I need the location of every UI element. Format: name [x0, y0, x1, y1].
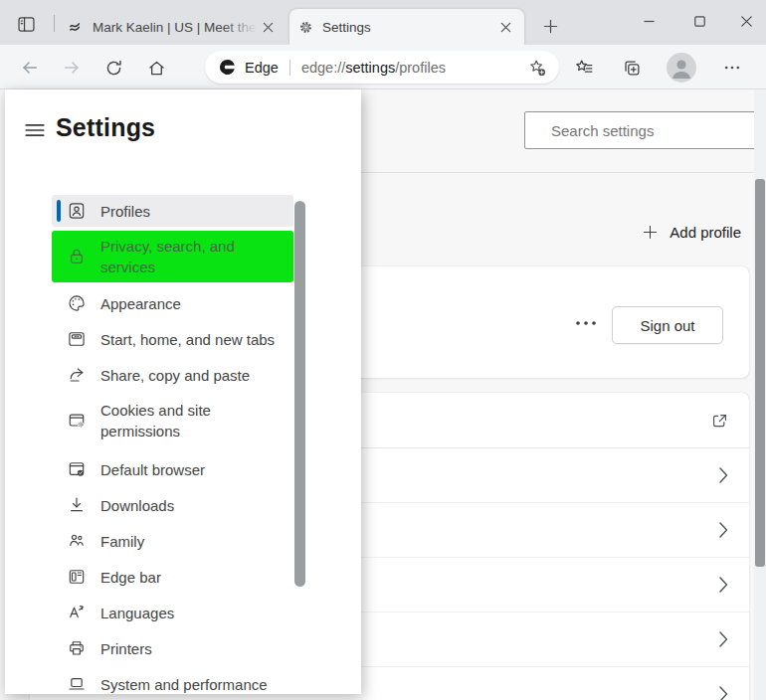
- page-scrollbar[interactable]: [754, 89, 766, 700]
- collections-icon: [621, 57, 643, 79]
- ellipsis-icon: [722, 58, 742, 78]
- printers-icon: [67, 638, 87, 658]
- refresh-button[interactable]: [99, 55, 127, 81]
- sidebar-item-edge-bar[interactable]: Edge bar: [52, 559, 293, 595]
- profiles-icon: [67, 201, 87, 221]
- sidebar-item-cookies-site-permissions[interactable]: Cookies and site permissions: [52, 393, 293, 448]
- family-icon: [67, 531, 87, 551]
- chevron-right-icon: [716, 685, 730, 700]
- maximize-button[interactable]: [678, 5, 720, 37]
- add-favorite-icon[interactable]: [527, 58, 547, 78]
- edge-logo-icon: [218, 58, 237, 77]
- sidebar-item-family[interactable]: Family: [52, 523, 293, 559]
- ellipsis-icon: [574, 319, 598, 327]
- sidebar-item-profiles[interactable]: Profiles: [52, 195, 293, 227]
- search-settings-input[interactable]: [549, 121, 751, 140]
- menu-toggle-button[interactable]: [21, 116, 49, 144]
- sidebar-item-start-home-new-tabs[interactable]: Start, home, and new tabs: [52, 321, 293, 357]
- page-title: Settings: [56, 113, 155, 142]
- start-home-tabs-icon: [67, 329, 87, 349]
- plus-icon: [642, 224, 659, 241]
- settings-nav: Profiles Privacy, search, and services A…: [52, 195, 293, 694]
- collections-button[interactable]: [618, 55, 646, 81]
- sidebar-item-system-performance[interactable]: System and performance: [52, 666, 293, 694]
- open-external-button[interactable]: [708, 410, 730, 432]
- new-tab-button[interactable]: [536, 13, 564, 39]
- title-bar: Mark Kaelin | US | Meet the Settings: [0, 0, 766, 45]
- refresh-icon: [103, 58, 124, 79]
- avatar-icon: [667, 53, 696, 83]
- selected-accent-bar: [57, 200, 61, 222]
- plus-icon: [543, 19, 558, 34]
- header-divider: [338, 172, 766, 173]
- address-brand-label: Edge: [245, 60, 279, 76]
- forward-icon: [61, 57, 83, 79]
- tab-mark-kaelin[interactable]: Mark Kaelin | US | Meet the: [60, 9, 287, 45]
- downloads-icon: [67, 495, 87, 515]
- settings-menu-button[interactable]: [718, 55, 746, 81]
- tab-settings[interactable]: Settings: [289, 9, 524, 45]
- languages-icon: [67, 603, 87, 622]
- sidebar-item-downloads[interactable]: Downloads: [52, 487, 293, 523]
- page-scrollbar-thumb[interactable]: [755, 179, 765, 567]
- edge-bar-icon: [67, 567, 87, 587]
- close-icon: [740, 15, 753, 28]
- sign-out-button[interactable]: Sign out: [612, 306, 723, 344]
- chevron-right-icon: [716, 576, 730, 594]
- maximize-icon: [693, 15, 706, 28]
- minimize-button[interactable]: [628, 5, 670, 37]
- cookies-permissions-icon: [67, 411, 87, 431]
- home-icon: [146, 58, 167, 79]
- sidebar-item-appearance[interactable]: Appearance: [52, 285, 293, 321]
- forward-button[interactable]: [58, 55, 86, 81]
- tab-title: Settings: [322, 20, 494, 35]
- sidebar-item-share-copy-paste[interactable]: Share, copy and paste: [52, 357, 293, 393]
- minimize-icon: [643, 15, 656, 28]
- chevron-right-icon: [716, 466, 730, 484]
- add-profile-button[interactable]: Add profile: [642, 219, 741, 245]
- more-actions-button[interactable]: [572, 314, 600, 332]
- browser-toolbar: Edge edge://settings/profiles: [0, 45, 766, 89]
- close-icon: [500, 22, 511, 33]
- address-bar[interactable]: Edge edge://settings/profiles: [205, 51, 559, 84]
- favorites-icon: [573, 57, 595, 79]
- browser-window: Mark Kaelin | US | Meet the Settings: [0, 0, 766, 700]
- back-button[interactable]: [16, 55, 44, 81]
- system-performance-icon: [67, 674, 87, 694]
- lock-icon: [67, 247, 87, 266]
- favorites-button[interactable]: [570, 55, 598, 81]
- sidebar-item-default-browser[interactable]: Default browser: [52, 451, 293, 487]
- gear-icon: [297, 19, 314, 36]
- sidebar-item-languages[interactable]: Languages: [52, 595, 293, 630]
- sidebar-item-printers[interactable]: Printers: [52, 630, 293, 666]
- add-profile-label: Add profile: [670, 224, 741, 241]
- external-link-icon: [710, 412, 729, 431]
- tab-close-button[interactable]: [257, 16, 279, 38]
- tab-actions-icon: [16, 14, 37, 35]
- chevron-right-icon: [716, 630, 730, 648]
- site-favicon: [68, 19, 85, 36]
- home-button[interactable]: [142, 55, 170, 81]
- tabstrip-divider: [54, 15, 55, 32]
- url-text: edge://settings/profiles: [301, 60, 446, 76]
- profile-avatar-button[interactable]: [666, 52, 697, 84]
- tab-close-button[interactable]: [494, 16, 516, 38]
- sidebar-item-privacy-search-services[interactable]: Privacy, search, and services: [52, 231, 293, 282]
- default-browser-icon: [67, 459, 87, 479]
- sidebar-scrollbar-thumb[interactable]: [294, 201, 305, 587]
- settings-sidebar-panel: Settings Profiles Privacy, search, and s…: [5, 89, 361, 694]
- hamburger-icon: [24, 119, 46, 141]
- address-divider: [289, 60, 290, 76]
- search-settings-box[interactable]: [524, 111, 756, 149]
- share-icon: [67, 365, 87, 385]
- tab-actions-menu-button[interactable]: [13, 12, 39, 36]
- back-icon: [19, 57, 41, 79]
- close-icon: [263, 22, 274, 33]
- appearance-icon: [67, 293, 87, 313]
- tab-title: Mark Kaelin | US | Meet the: [93, 20, 257, 35]
- window-close-button[interactable]: [727, 5, 766, 37]
- chevron-right-icon: [716, 521, 730, 539]
